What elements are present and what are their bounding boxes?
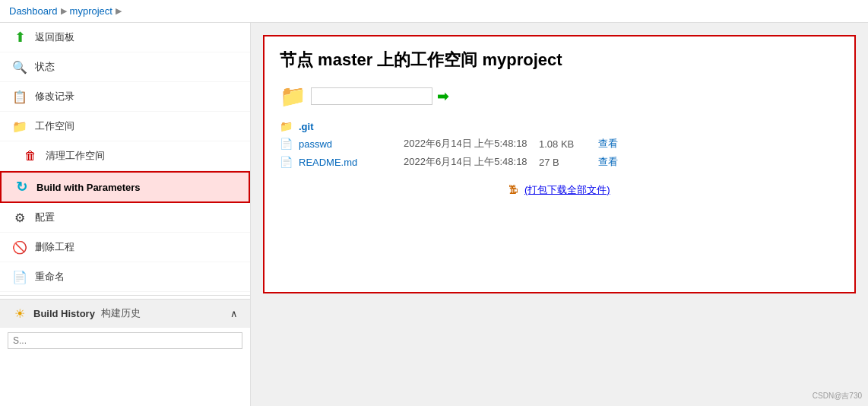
trash-icon: 🗑 — [23, 148, 38, 163]
breadcrumb-myproject[interactable]: myproject — [70, 5, 112, 17]
sidebar-item-delete-project[interactable]: 🚫 删除工程 — [0, 233, 250, 262]
file-passwd-icon: 📄 — [280, 138, 293, 150]
path-input[interactable] — [311, 87, 432, 105]
file-name-passwd[interactable]: passwd — [299, 138, 390, 150]
sidebar-item-rename[interactable]: 📄 重命名 — [0, 262, 250, 292]
sidebar-label-workspace: 工作空间 — [35, 119, 74, 133]
folder-icon: 📁 — [12, 119, 27, 134]
sidebar-item-workspace[interactable]: 📁 工作空间 — [0, 112, 250, 141]
breadcrumb-dashboard[interactable]: Dashboard — [9, 5, 58, 17]
ban-icon: 🚫 — [12, 239, 27, 255]
chevron-up-icon: ∧ — [230, 308, 238, 319]
workspace-title: 节点 master 上的工作空间 myproject — [280, 49, 839, 71]
file-size-readme: 27 B — [539, 157, 592, 168]
sidebar-item-back[interactable]: ⬆ 返回面板 — [0, 23, 250, 52]
breadcrumb-sep-1: ▶ — [61, 6, 67, 16]
sidebar-search-input[interactable] — [8, 332, 242, 349]
sidebar-label-clean-workspace: 清理工作空间 — [46, 149, 105, 163]
view-passwd-link[interactable]: 查看 — [598, 138, 618, 149]
build-history-icon: ☀ — [12, 306, 27, 321]
folder-large-icon: 📁 — [280, 84, 306, 109]
search-icon: 🔍 — [12, 59, 27, 75]
download-all-link[interactable]: (打包下载全部文件) — [524, 184, 610, 195]
sidebar-item-config[interactable]: ⚙ 配置 — [0, 203, 250, 233]
folder-git-icon: 📁 — [280, 120, 293, 132]
sidebar-label-rename: 重命名 — [35, 270, 65, 284]
folder-nav: 📁 ➡ — [280, 84, 839, 109]
sidebar-item-clean-workspace[interactable]: 🗑 清理工作空间 — [0, 141, 250, 171]
file-readme-icon: 📄 — [280, 156, 293, 168]
sidebar-label-back: 返回面板 — [35, 30, 74, 44]
sidebar: ⬆ 返回面板 🔍 状态 📋 修改记录 📁 工作空间 🗑 清理工作空间 ↻ Bui… — [0, 23, 251, 406]
sidebar-item-build-with-parameters[interactable]: ↻ Build with Parameters — [0, 171, 250, 203]
build-history-header[interactable]: ☀ Build History 构建历史 ∧ — [0, 299, 250, 327]
file-name-git[interactable]: .git — [299, 121, 390, 132]
build-icon: ↻ — [14, 179, 29, 195]
file-date-readme: 2022年6月14日 上午5:48:18 — [404, 155, 533, 169]
file-row-git: 📁 .git — [280, 118, 839, 135]
clipboard-icon: 📋 — [12, 89, 27, 104]
sidebar-label-delete-project: 删除工程 — [35, 240, 74, 254]
workspace-box: 节点 master 上的工作空间 myproject 📁 ➡ 📁 .git 📄 … — [263, 35, 856, 293]
file-size-passwd: 1.08 KB — [539, 138, 592, 150]
file-row-passwd: 📄 passwd 2022年6月14日 上午5:48:18 1.08 KB 查看 — [280, 135, 839, 153]
download-all-area[interactable]: 🗜 (打包下载全部文件) — [280, 183, 839, 197]
sidebar-item-status[interactable]: 🔍 状态 — [0, 52, 250, 82]
breadcrumb-sep-2: ▶ — [116, 6, 122, 16]
up-arrow-icon: ⬆ — [12, 30, 27, 45]
file-row-readme: 📄 README.md 2022年6月14日 上午5:48:18 27 B 查看 — [280, 153, 839, 171]
sidebar-search-area — [0, 327, 250, 354]
sidebar-label-config: 配置 — [35, 211, 55, 224]
watermark: CSDN@吉730 — [813, 391, 862, 401]
go-arrow-icon[interactable]: ➡ — [437, 88, 448, 105]
sidebar-label-build-with-parameters: Build with Parameters — [36, 182, 141, 193]
gear-icon: ⚙ — [12, 210, 27, 225]
build-history-label-cn: 构建历史 — [101, 306, 141, 320]
rename-icon: 📄 — [12, 269, 27, 284]
breadcrumb: Dashboard ▶ myproject ▶ — [0, 0, 868, 23]
sidebar-label-change-records: 修改记录 — [35, 90, 74, 103]
file-date-passwd: 2022年6月14日 上午5:48:18 — [404, 137, 533, 151]
zip-icon: 🗜 — [508, 184, 518, 195]
sidebar-label-status: 状态 — [35, 60, 55, 74]
file-name-readme[interactable]: README.md — [299, 157, 390, 168]
sidebar-divider — [0, 295, 250, 296]
view-readme-link[interactable]: 查看 — [598, 156, 618, 167]
file-action-passwd[interactable]: 查看 — [598, 137, 618, 151]
build-history-label-en: Build History — [33, 308, 95, 319]
sidebar-item-change-records[interactable]: 📋 修改记录 — [0, 82, 250, 112]
file-action-readme[interactable]: 查看 — [598, 155, 618, 169]
content-area: 节点 master 上的工作空间 myproject 📁 ➡ 📁 .git 📄 … — [251, 23, 868, 406]
